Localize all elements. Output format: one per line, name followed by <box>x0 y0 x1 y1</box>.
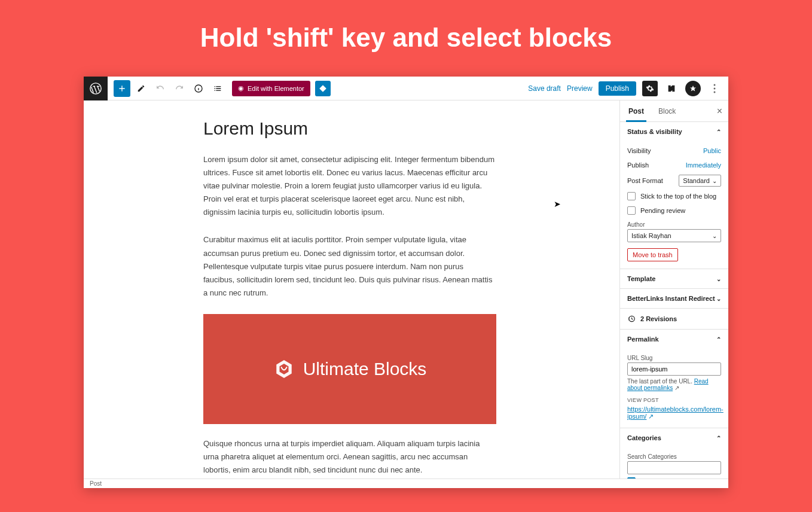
post-format-label: Post Format <box>627 177 663 184</box>
edit-mode-button[interactable] <box>133 80 149 97</box>
save-draft-button[interactable]: Save draft <box>528 84 561 93</box>
history-icon <box>627 315 636 323</box>
visibility-label: Visibility <box>627 147 651 154</box>
mouse-cursor: ➤ <box>554 199 561 209</box>
chevron-down-icon: ⌄ <box>716 295 721 302</box>
revisions-label: 2 Revisions <box>640 315 677 322</box>
panel-categories-title: Categories <box>627 434 661 441</box>
external-link-icon: ↗ <box>648 413 654 420</box>
chevron-up-icon: ⌃ <box>716 336 721 343</box>
wordpress-logo[interactable] <box>84 77 108 100</box>
chevron-up-icon: ⌃ <box>716 129 721 135</box>
main-area: Lorem Ipsum Lorem ipsum dolor sit amet, … <box>84 100 728 479</box>
elementor-button-label: Edit with Elementor <box>248 85 304 92</box>
panel-template-title: Template <box>627 275 655 282</box>
publish-value[interactable]: Immediately <box>686 161 721 169</box>
view-post-label: VIEW POST <box>627 391 721 406</box>
panel-permalink: Permalink ⌃ URL Slug The last part of th… <box>620 330 728 428</box>
panel-betterlinks: BetterLinks Instant Redirect ⌄ <box>620 289 728 309</box>
info-button[interactable] <box>190 80 207 97</box>
preview-button[interactable]: Preview <box>567 84 593 93</box>
visibility-value[interactable]: Public <box>703 147 721 154</box>
redo-button[interactable] <box>171 80 188 97</box>
tab-post[interactable]: Post <box>626 100 646 122</box>
stick-label: Stick to the top of the blog <box>640 193 716 200</box>
chevron-down-icon: ⌄ <box>716 276 721 282</box>
settings-icon[interactable] <box>642 81 658 96</box>
panel-status-visibility: Status & visibility ⌃ VisibilityPublic P… <box>620 122 728 269</box>
post-title[interactable]: Lorem Ipsum <box>203 118 496 139</box>
settings-sidebar: Post Block × Status & visibility ⌃ Visib… <box>619 100 728 479</box>
post-url-link[interactable]: https://ultimateblocks.com/lorem-ipsum/ <box>627 406 724 420</box>
permalink-helper: The last part of the URL. Read about per… <box>627 376 721 391</box>
paragraph-block-1[interactable]: Lorem ipsum dolor sit amet, consectetur … <box>203 153 496 219</box>
add-block-button[interactable] <box>114 80 130 97</box>
undo-button[interactable] <box>152 80 169 97</box>
publish-label: Publish <box>627 161 649 169</box>
more-options-icon[interactable] <box>707 81 722 96</box>
ultimate-blocks-text: Ultimate Blocks <box>303 359 427 379</box>
editor-toolbar: ◉ Edit with Elementor Save draft Preview… <box>84 77 728 100</box>
tab-block[interactable]: Block <box>656 100 678 122</box>
plugin-icon-1[interactable] <box>664 81 679 96</box>
list-view-button[interactable] <box>209 80 226 97</box>
paragraph-block-3[interactable]: Quisque rhoncus urna at turpis imperdiet… <box>203 437 496 477</box>
url-slug-label: URL Slug <box>627 351 721 362</box>
svg-point-4 <box>714 91 716 93</box>
toolbar-right-actions: Save draft Preview Publish <box>528 81 725 96</box>
instruction-banner: Hold 'shift' key and select blocks <box>0 0 812 65</box>
image-block-ultimate-blocks[interactable]: Ultimate Blocks <box>203 314 496 424</box>
url-slug-input[interactable] <box>627 362 721 376</box>
breadcrumb[interactable]: Post <box>90 480 102 487</box>
revisions-row[interactable]: 2 Revisions <box>620 309 728 330</box>
panel-categories-header[interactable]: Categories ⌃ <box>620 428 728 447</box>
panel-status-header[interactable]: Status & visibility ⌃ <box>620 122 728 141</box>
author-label: Author <box>627 218 721 229</box>
paragraph-block-2[interactable]: Curabitur maximus elit at iaculis portti… <box>203 233 496 299</box>
post-format-select[interactable]: Standard⌄ <box>679 175 721 187</box>
panel-status-title: Status & visibility <box>627 128 682 135</box>
chevron-up-icon: ⌃ <box>716 435 721 441</box>
stick-checkbox[interactable] <box>627 192 636 200</box>
author-select[interactable]: Istiak Rayhan⌄ <box>627 229 721 242</box>
diamond-button[interactable] <box>315 81 331 96</box>
elementor-icon: ◉ <box>238 84 244 92</box>
pending-label: Pending review <box>640 207 685 214</box>
svg-point-2 <box>714 84 716 86</box>
search-categories-label: Search Categories <box>627 450 721 461</box>
status-bar: Post <box>84 479 728 488</box>
editor-canvas[interactable]: Lorem Ipsum Lorem ipsum dolor sit amet, … <box>84 100 619 479</box>
panel-categories: Categories ⌃ Search Categories ✓Gutenber… <box>620 428 728 479</box>
move-to-trash-button[interactable]: Move to trash <box>627 248 678 261</box>
pending-checkbox[interactable] <box>627 206 636 215</box>
panel-permalink-header[interactable]: Permalink ⌃ <box>620 330 728 349</box>
panel-betterlinks-header[interactable]: BetterLinks Instant Redirect ⌄ <box>620 289 728 308</box>
search-categories-input[interactable] <box>627 461 721 474</box>
sidebar-tabs: Post Block × <box>620 100 728 122</box>
edit-with-elementor-button[interactable]: ◉ Edit with Elementor <box>232 81 310 96</box>
wordpress-editor-window: ➤ ◉ Edit with Elementor Save draft Previ… <box>84 77 728 488</box>
publish-button[interactable]: Publish <box>599 81 636 96</box>
panel-permalink-title: Permalink <box>627 336 659 343</box>
close-sidebar-icon[interactable]: × <box>717 106 722 117</box>
ultimate-blocks-icon <box>273 358 295 380</box>
svg-point-3 <box>714 87 716 89</box>
plugin-icon-2[interactable] <box>685 81 701 96</box>
panel-betterlinks-title: BetterLinks Instant Redirect <box>627 295 715 302</box>
panel-template-header[interactable]: Template ⌄ <box>620 269 728 288</box>
external-link-icon: ↗ <box>674 385 679 391</box>
panel-template: Template ⌄ <box>620 269 728 289</box>
